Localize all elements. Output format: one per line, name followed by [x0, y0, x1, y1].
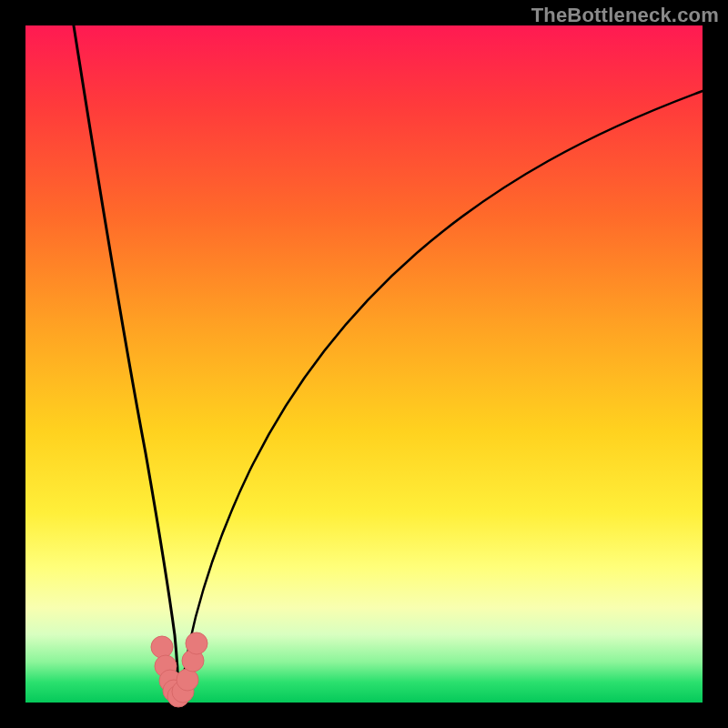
plot-area [25, 25, 703, 703]
watermark-text: TheBottleneck.com [531, 4, 719, 27]
curve-left-branch [73, 20, 178, 699]
curve-right-branch [181, 91, 703, 699]
marker-dot [151, 636, 173, 658]
marker-dot [186, 632, 207, 654]
marker-dot [177, 669, 198, 691]
curve-layer [25, 25, 703, 703]
chart-frame: TheBottleneck.com [0, 0, 728, 728]
